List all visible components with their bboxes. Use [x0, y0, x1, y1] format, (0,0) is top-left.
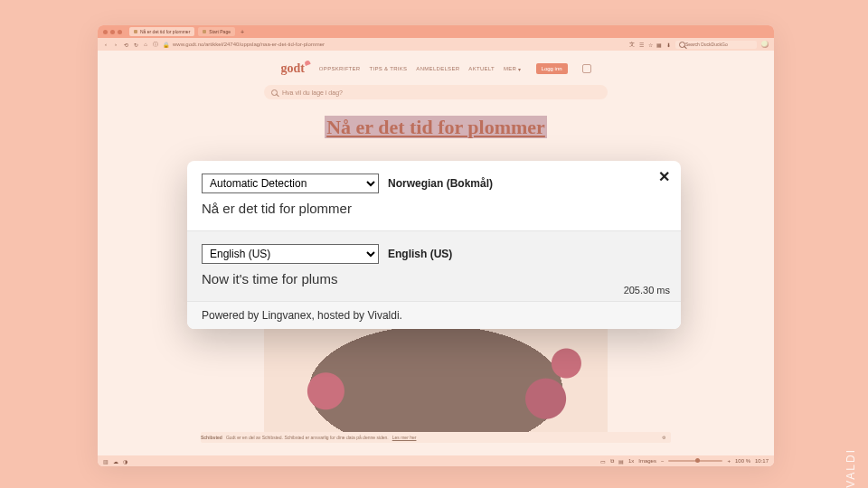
images-label[interactable]: Images: [638, 458, 656, 464]
vivaldi-watermark: V VIVALDI: [844, 448, 857, 488]
images-toggle-icon[interactable]: ▤: [618, 458, 624, 465]
search-placeholder: Search DuckDuckGo: [685, 42, 728, 47]
close-window-icon[interactable]: [103, 30, 108, 34]
site-nav: OPPSKRIFTER TIPS & TRIKS ANMELDELSER AKT…: [319, 66, 522, 72]
search-field[interactable]: Search DuckDuckGo: [675, 41, 757, 49]
reload-button[interactable]: ↻: [133, 42, 138, 47]
download-icon[interactable]: ⬇: [665, 42, 671, 47]
target-section: English (US) English (US) Now it's time …: [187, 230, 681, 301]
break-icon[interactable]: ◑: [123, 458, 127, 465]
translated-text: Now it's time for plums: [202, 271, 666, 286]
favicon-icon: [134, 30, 137, 33]
panel-toggle-icon[interactable]: ▥: [103, 458, 108, 465]
schibsted-logo: Schibsted: [201, 435, 222, 440]
chevron-down-icon: ▾: [518, 66, 521, 72]
window-controls[interactable]: [103, 30, 122, 34]
new-tab-button[interactable]: +: [239, 28, 246, 35]
rewind-icon[interactable]: ⟲: [123, 42, 128, 47]
search-icon: [679, 42, 685, 48]
back-button[interactable]: ‹: [103, 42, 108, 47]
schibsted-notice: Schibsted Godt er en del av Schibsted. S…: [201, 432, 671, 443]
popup-footer: Powered by Lingvanex, hosted by Vivaldi.: [187, 301, 681, 329]
nav-oppskrifter[interactable]: OPPSKRIFTER: [319, 66, 361, 72]
source-language-select[interactable]: Automatic Detection: [202, 174, 379, 193]
lock-icon: 🔒: [163, 42, 168, 47]
capture-icon[interactable]: ⧉: [610, 458, 614, 465]
address-bar: ‹ › ⟲ ↻ ⌂ ⓘ 🔒 www.godt.no/artikkel/24740…: [98, 38, 774, 51]
profile-avatar[interactable]: [761, 41, 769, 48]
source-text: Nå er det tid for plommer: [202, 201, 666, 216]
status-bar: ▥ ☁ ◑ ▭ ⧉ ▤ 1x Images − + 100 % 10:17: [98, 455, 774, 466]
site-logo[interactable]: godt: [280, 61, 304, 76]
site-header: godt OPPSKRIFTER TIPS & TRIKS ANMELDELSE…: [98, 56, 774, 81]
home-button[interactable]: ⌂: [143, 42, 148, 47]
translate-popup: ✕ Automatic Detection Norwegian (Bokmål)…: [187, 161, 681, 329]
close-button[interactable]: ✕: [658, 168, 670, 185]
bookmark-icon[interactable]: ☆: [647, 42, 653, 47]
reader-icon[interactable]: ☰: [638, 42, 644, 47]
shopping-bag-icon[interactable]: [582, 64, 591, 73]
source-language-detected: Norwegian (Bokmål): [388, 177, 493, 190]
nav-aktuelt[interactable]: AKTUELT: [468, 66, 495, 72]
gear-icon[interactable]: ⚙: [662, 435, 665, 440]
nav-anmeldelser[interactable]: ANMELDELSER: [416, 66, 459, 72]
favicon-icon: [203, 30, 206, 33]
site-search-placeholder: Hva vil du lage i dag?: [282, 89, 343, 96]
address-actions: 文 ☰ ☆ ▦ ⬇: [629, 42, 671, 47]
minimize-window-icon[interactable]: [110, 30, 115, 34]
maximize-window-icon[interactable]: [118, 30, 122, 34]
search-icon: [271, 89, 278, 96]
site-info-icon[interactable]: ⓘ: [153, 42, 158, 47]
tab-article[interactable]: Nå er det tid for plommer: [129, 27, 194, 36]
tiling-icon[interactable]: ▭: [600, 458, 606, 465]
speed-label[interactable]: 1x: [628, 458, 634, 464]
url-field[interactable]: www.godt.no/artikkel/24740/oppslag/naa-e…: [173, 42, 625, 47]
nav-mer[interactable]: MER▾: [504, 66, 522, 72]
tab-strip: Nå er det tid for plommer Start Page +: [98, 25, 774, 38]
schibsted-text: Godt er en del av Schibsted. Schibsted e…: [226, 435, 389, 440]
target-language-select[interactable]: English (US): [202, 244, 379, 264]
zoom-value[interactable]: 100 %: [735, 458, 750, 464]
target-language-label: English (US): [388, 248, 452, 260]
tab-label: Nå er det tid for plommer: [140, 29, 190, 34]
nav-tips[interactable]: TIPS & TRIKS: [370, 66, 408, 72]
zoom-slider[interactable]: [668, 460, 722, 462]
article-hero-image: [264, 313, 608, 439]
headline-text-selected[interactable]: Nå er det tid for plommer: [325, 116, 547, 138]
login-button[interactable]: Logg inn: [536, 63, 568, 74]
sync-icon[interactable]: ☁: [113, 458, 118, 465]
translate-icon[interactable]: 文: [629, 42, 635, 47]
schibsted-link[interactable]: Les mer her: [392, 435, 417, 440]
translation-timing: 205.30 ms: [624, 285, 670, 296]
article-headline: Nå er det tid for plommer: [98, 116, 774, 139]
site-search[interactable]: Hva vil du lage i dag?: [264, 85, 608, 99]
tab-label: Start Page: [209, 29, 231, 34]
qr-icon[interactable]: ▦: [656, 42, 662, 47]
tab-start-page[interactable]: Start Page: [198, 27, 235, 36]
clock: 10:17: [755, 458, 769, 464]
forward-button[interactable]: ›: [113, 42, 118, 47]
source-section: Automatic Detection Norwegian (Bokmål) N…: [187, 161, 681, 230]
vivaldi-wordmark: VIVALDI: [844, 448, 857, 488]
